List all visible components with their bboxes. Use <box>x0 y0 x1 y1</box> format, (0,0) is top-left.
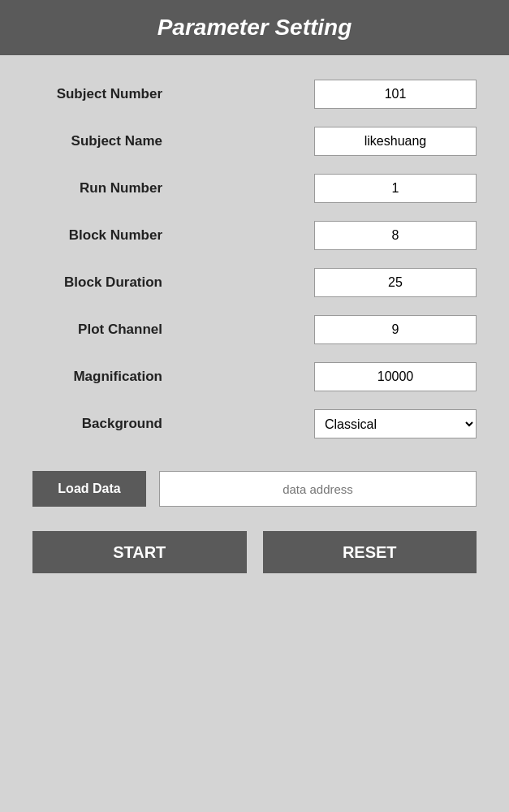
block-number-input[interactable] <box>314 221 477 250</box>
start-button[interactable]: START <box>32 531 247 573</box>
data-address-input[interactable] <box>159 471 477 507</box>
block-number-label: Block Number <box>32 227 179 244</box>
block-duration-label: Block Duration <box>32 274 179 291</box>
background-row: Background Classical Dark Light Modern <box>32 409 477 438</box>
action-row: START RESET <box>32 531 477 573</box>
plot-channel-input[interactable] <box>314 315 477 344</box>
load-data-button[interactable]: Load Data <box>32 471 146 507</box>
subject-name-input[interactable] <box>314 127 477 156</box>
background-select[interactable]: Classical Dark Light Modern <box>314 409 477 438</box>
main-container: Parameter Setting Subject Number Subject… <box>0 0 509 812</box>
page-title: Parameter Setting <box>157 15 352 40</box>
block-duration-row: Block Duration <box>32 268 477 297</box>
magnification-row: Magnification <box>32 362 477 391</box>
background-label: Background <box>32 416 179 432</box>
magnification-input[interactable] <box>314 362 477 391</box>
plot-channel-label: Plot Channel <box>32 322 179 338</box>
subject-name-label: Subject Name <box>32 133 179 149</box>
block-duration-input[interactable] <box>314 268 477 297</box>
magnification-label: Magnification <box>32 369 179 385</box>
reset-button[interactable]: RESET <box>263 531 477 573</box>
form-area: Subject Number Subject Name Run Number B… <box>0 55 509 463</box>
run-number-input[interactable] <box>314 174 477 203</box>
run-number-label: Run Number <box>32 180 179 197</box>
subject-number-input[interactable] <box>314 80 477 109</box>
bottom-area: Load Data START RESET <box>0 463 509 598</box>
plot-channel-row: Plot Channel <box>32 315 477 344</box>
subject-name-row: Subject Name <box>32 127 477 156</box>
run-number-row: Run Number <box>32 174 477 203</box>
load-data-row: Load Data <box>32 471 477 507</box>
subject-number-label: Subject Number <box>32 86 179 102</box>
subject-number-row: Subject Number <box>32 80 477 109</box>
header: Parameter Setting <box>0 0 509 55</box>
block-number-row: Block Number <box>32 221 477 250</box>
